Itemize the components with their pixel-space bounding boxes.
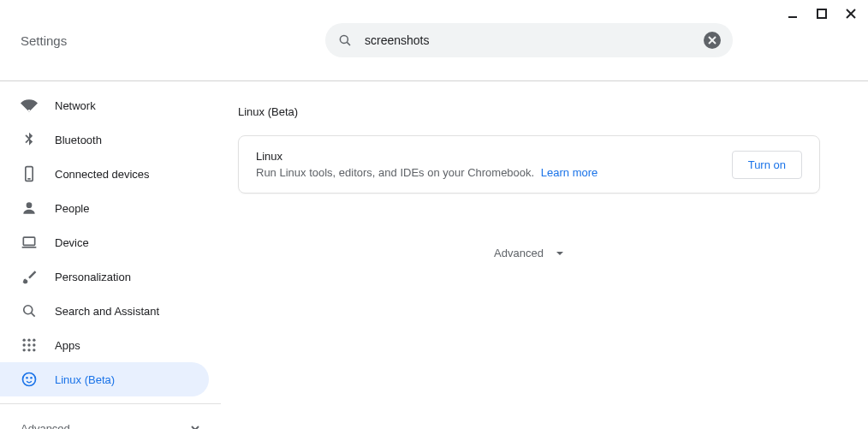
svg-point-4 — [340, 35, 348, 43]
sidebar-item-label: Search and Assistant — [55, 305, 159, 318]
sidebar-item-personalization[interactable]: Personalization — [0, 259, 221, 294]
linux-icon — [21, 371, 38, 388]
bluetooth-icon — [21, 131, 38, 148]
chevron-down-icon — [190, 423, 200, 429]
svg-point-16 — [27, 339, 30, 342]
svg-point-19 — [27, 343, 30, 346]
apps-icon — [21, 337, 38, 354]
sidebar-advanced-label: Advanced — [21, 422, 70, 430]
sidebar-advanced[interactable]: Advanced — [0, 411, 221, 429]
person-icon — [21, 200, 38, 217]
svg-point-10 — [27, 202, 33, 208]
svg-point-23 — [33, 349, 35, 351]
search-input[interactable] — [365, 33, 704, 47]
header: Settings — [0, 0, 868, 81]
svg-line-14 — [32, 313, 35, 317]
smartphone-icon — [21, 165, 38, 182]
page-title: Settings — [21, 33, 325, 48]
sidebar-item-label: People — [55, 202, 89, 215]
laptop-icon — [21, 234, 38, 251]
wifi-icon — [21, 97, 38, 114]
sidebar-item-people[interactable]: People — [0, 191, 221, 225]
chevron-down-icon — [556, 249, 564, 258]
svg-point-21 — [23, 349, 26, 351]
svg-point-24 — [23, 373, 36, 386]
svg-point-25 — [26, 377, 28, 379]
sidebar-item-label: Linux (Beta) — [55, 373, 115, 386]
svg-point-26 — [30, 377, 33, 379]
learn-more-link[interactable]: Learn more — [541, 166, 597, 179]
svg-point-22 — [27, 349, 30, 351]
svg-point-15 — [23, 339, 26, 342]
sidebar-item-linux-beta[interactable]: Linux (Beta) — [0, 362, 209, 396]
svg-point-18 — [23, 343, 26, 346]
sidebar-item-label: Device — [55, 236, 89, 249]
sidebar-item-apps[interactable]: Apps — [0, 328, 221, 362]
advanced-toggle[interactable]: Advanced — [238, 247, 820, 259]
svg-rect-11 — [23, 237, 34, 245]
sidebar-item-label: Personalization — [55, 271, 131, 283]
sidebar-item-label: Network — [55, 99, 96, 112]
sidebar-item-label: Bluetooth — [55, 134, 102, 146]
svg-point-13 — [24, 306, 33, 314]
sidebar-item-bluetooth[interactable]: Bluetooth — [0, 122, 221, 157]
sidebar-item-connected-devices[interactable]: Connected devices — [0, 157, 221, 191]
card-title: Linux — [256, 150, 597, 163]
linux-card: Linux Run Linux tools, editors, and IDEs… — [238, 135, 820, 194]
brush-icon — [21, 268, 38, 285]
clear-search-icon[interactable] — [704, 32, 721, 49]
turn-on-button[interactable]: Turn on — [732, 151, 802, 179]
section-title: Linux (Beta) — [238, 105, 868, 118]
svg-line-5 — [347, 42, 350, 45]
svg-point-20 — [33, 343, 35, 346]
sidebar-item-search-assistant[interactable]: Search and Assistant — [0, 294, 221, 328]
main-content: Linux (Beta) Linux Run Linux tools, edit… — [221, 81, 868, 429]
sidebar-item-network[interactable]: Network — [0, 88, 221, 122]
search-icon — [337, 33, 353, 48]
sidebar-divider — [0, 403, 221, 404]
sidebar-item-device[interactable]: Device — [0, 225, 221, 259]
search-box[interactable] — [325, 23, 733, 57]
svg-point-17 — [33, 339, 35, 342]
sidebar-item-label: Connected devices — [55, 168, 150, 181]
card-description: Run Linux tools, editors, and IDEs on yo… — [256, 166, 597, 179]
sidebar-item-label: Apps — [55, 339, 80, 352]
advanced-toggle-label: Advanced — [494, 247, 544, 259]
magnify-icon — [21, 302, 38, 319]
sidebar: Network Bluetooth Connected devices Peop… — [0, 81, 221, 429]
